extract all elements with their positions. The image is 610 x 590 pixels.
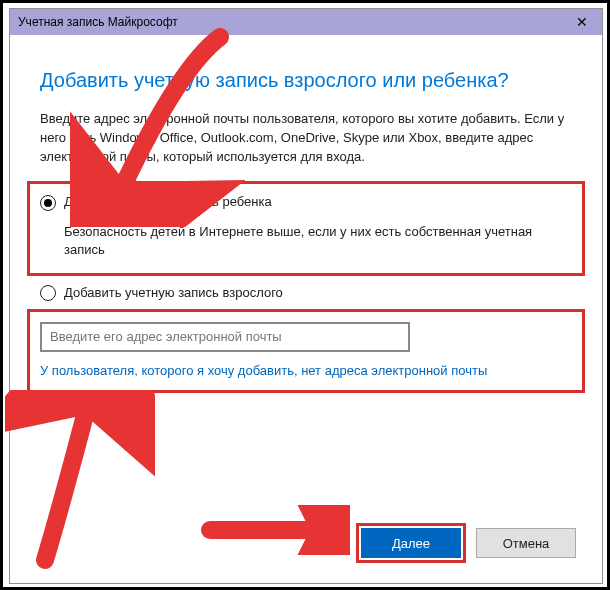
description-text: Введите адрес электронной почты пользова…: [40, 110, 572, 167]
radio-child-label: Добавить учетную запись ребенка: [64, 194, 272, 209]
screenshot-frame: Учетная запись Майкрософт ✕ Добавить уче…: [0, 0, 610, 590]
close-button[interactable]: ✕: [562, 9, 602, 35]
radio-option-child[interactable]: Добавить учетную запись ребенка: [40, 194, 572, 211]
window-title: Учетная запись Майкрософт: [18, 15, 178, 29]
no-email-link[interactable]: У пользователя, которого я хочу добавить…: [40, 362, 572, 380]
page-title: Добавить учетную запись взрослого или ре…: [40, 69, 572, 92]
radio-option-adult[interactable]: Добавить учетную запись взрослого: [40, 284, 572, 301]
radio-adult-label: Добавить учетную запись взрослого: [64, 285, 283, 300]
arrow-icon: [5, 390, 155, 570]
radio-child-description: Безопасность детей в Интернете выше, есл…: [64, 223, 572, 259]
highlight-box-child: Добавить учетную запись ребенка Безопасн…: [27, 181, 585, 276]
dialog-content: Добавить учетную запись взрослого или ре…: [10, 35, 602, 583]
radio-icon: [40, 285, 56, 301]
next-button[interactable]: Далее: [361, 528, 461, 558]
cancel-button[interactable]: Отмена: [476, 528, 576, 558]
button-row: Далее Отмена: [356, 523, 576, 563]
close-icon: ✕: [576, 14, 588, 30]
arrow-icon: [200, 505, 350, 555]
highlight-box-email: У пользователя, которого я хочу добавить…: [27, 309, 585, 393]
dialog-window: Учетная запись Майкрософт ✕ Добавить уче…: [9, 8, 603, 584]
titlebar: Учетная запись Майкрософт ✕: [10, 9, 602, 35]
email-input[interactable]: [40, 322, 410, 352]
radio-icon: [40, 195, 56, 211]
highlight-box-next: Далее: [356, 523, 466, 563]
